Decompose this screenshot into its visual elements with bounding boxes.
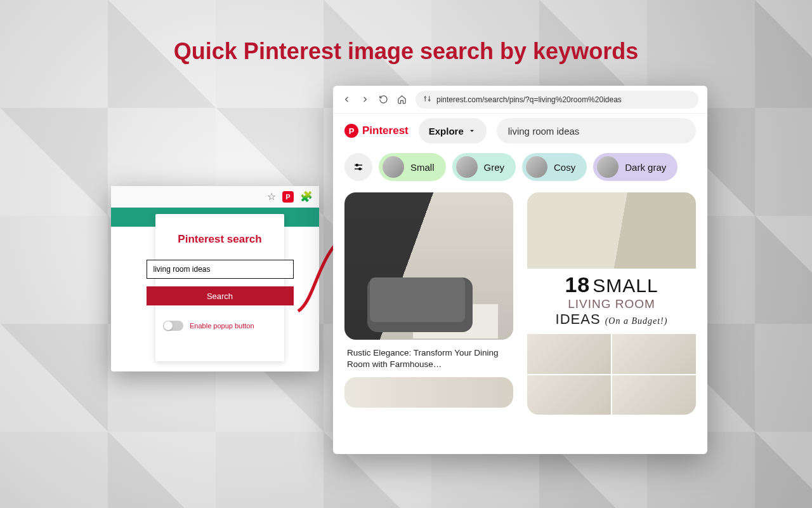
chip-thumb bbox=[526, 156, 547, 178]
browser-address-bar: pinterest.com/search/pins/?q=living%20ro… bbox=[333, 86, 707, 114]
svg-point-9 bbox=[359, 168, 361, 170]
pin-card[interactable] bbox=[344, 377, 513, 408]
sliders-icon bbox=[353, 161, 364, 173]
browser-toolbar: ☆ P 🧩 bbox=[111, 186, 319, 208]
chip-label: Grey bbox=[484, 162, 505, 173]
pinterest-logo-icon: P bbox=[344, 124, 358, 138]
collage-word-small: SMALL bbox=[593, 275, 658, 296]
chip-grey[interactable]: Grey bbox=[452, 153, 516, 181]
filter-chip-row: Small Grey Cosy Dark gray bbox=[333, 148, 707, 186]
enable-popup-toggle-label: Enable popup button bbox=[190, 322, 254, 330]
svg-point-7 bbox=[356, 164, 358, 166]
chip-label: Cosy bbox=[554, 162, 575, 173]
grid-col-1: Rustic Elegance: Transform Your Dining R… bbox=[344, 192, 513, 448]
chip-thumb bbox=[383, 156, 404, 178]
pinterest-browser-window: pinterest.com/search/pins/?q=living%20ro… bbox=[333, 86, 707, 454]
popup-title: Pinterest search bbox=[178, 233, 261, 246]
chip-cosy[interactable]: Cosy bbox=[522, 153, 587, 181]
pinterest-header: P Pinterest Explore living room ideas bbox=[333, 114, 707, 148]
collage-number: 18 bbox=[565, 272, 590, 297]
nav-back-icon[interactable] bbox=[342, 95, 351, 104]
url-input[interactable]: pinterest.com/search/pins/?q=living%20ro… bbox=[416, 91, 698, 109]
home-icon[interactable] bbox=[397, 95, 407, 104]
chip-dark-gray[interactable]: Dark gray bbox=[593, 153, 678, 181]
collage-line-budget: (On a Budget!) bbox=[605, 316, 668, 326]
svg-point-3 bbox=[429, 99, 430, 100]
collage-text: 18SMALL LIVING ROOM IDEAS (On a Budget!) bbox=[527, 269, 696, 334]
explore-label: Explore bbox=[429, 126, 464, 137]
keyword-input[interactable] bbox=[147, 260, 294, 279]
chip-label: Dark gray bbox=[625, 162, 666, 173]
grid-col-2: 18SMALL LIVING ROOM IDEAS (On a Budget!) bbox=[527, 192, 696, 448]
url-text: pinterest.com/search/pins/?q=living%20ro… bbox=[436, 95, 622, 104]
chevron-down-icon bbox=[468, 126, 476, 135]
pinterest-search-value: living room ideas bbox=[508, 126, 580, 137]
chip-label: Small bbox=[410, 162, 435, 173]
pin-grid: Rustic Elegance: Transform Your Dining R… bbox=[333, 186, 707, 454]
pinterest-search-input[interactable]: living room ideas bbox=[497, 118, 696, 144]
bookmark-star-icon[interactable]: ☆ bbox=[267, 190, 276, 203]
chip-thumb bbox=[456, 156, 478, 178]
pin-card-collage[interactable]: 18SMALL LIVING ROOM IDEAS (On a Budget!) bbox=[527, 192, 696, 415]
chip-small[interactable]: Small bbox=[379, 153, 446, 181]
collage-line-livingroom: LIVING ROOM bbox=[534, 297, 690, 311]
filters-button[interactable] bbox=[344, 153, 372, 181]
chip-thumb bbox=[597, 156, 619, 178]
pinterest-logo-text: Pinterest bbox=[362, 124, 409, 137]
collage-mosaic bbox=[527, 334, 696, 415]
collage-line-ideas: IDEAS bbox=[556, 311, 601, 327]
promo-headline: Quick Pinterest image search by keywords bbox=[0, 38, 812, 65]
search-button[interactable]: Search bbox=[147, 286, 294, 305]
enable-popup-toggle-row: Enable popup button bbox=[163, 321, 254, 331]
pin-card[interactable] bbox=[344, 192, 513, 340]
explore-button[interactable]: Explore bbox=[419, 118, 487, 144]
pinterest-logo[interactable]: P Pinterest bbox=[344, 124, 409, 138]
reload-icon[interactable] bbox=[379, 95, 388, 104]
site-settings-icon[interactable] bbox=[423, 95, 431, 105]
pinterest-extension-icon[interactable]: P bbox=[282, 191, 294, 203]
collage-hero-image bbox=[527, 192, 696, 269]
svg-point-0 bbox=[424, 97, 426, 98]
popup-card: Pinterest search Search Enable popup but… bbox=[155, 214, 284, 361]
pin-caption: Rustic Elegance: Transform Your Dining R… bbox=[344, 347, 513, 370]
extensions-puzzle-icon[interactable]: 🧩 bbox=[300, 190, 313, 203]
enable-popup-toggle[interactable] bbox=[163, 321, 183, 331]
extension-popup-screenshot: ☆ P 🧩 Pinterest search Search Enable pop… bbox=[111, 186, 319, 371]
nav-forward-icon[interactable] bbox=[360, 95, 370, 104]
